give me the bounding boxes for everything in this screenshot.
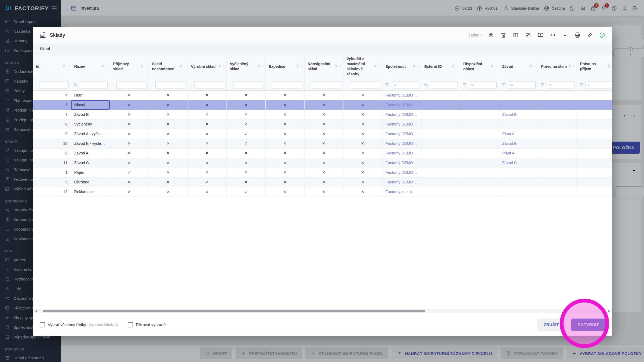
- column-header-expedice[interactable]: ExpediceΣ⋮: [265, 54, 304, 79]
- table-row[interactable]: 6Závod A×××××××Factorify DEMO …Plant A: [33, 148, 612, 158]
- filter-input[interactable]: [233, 81, 263, 88]
- scrollbar-thumb[interactable]: [43, 310, 425, 312]
- settings-button[interactable]: [488, 32, 494, 38]
- filter-input[interactable]: [593, 83, 612, 87]
- cell-nazev[interactable]: Závod B: [71, 110, 110, 119]
- filter-input[interactable]: [311, 81, 341, 88]
- column-header-n-zev[interactable]: NázevΣ⋮: [71, 54, 110, 79]
- column-header-extern-id[interactable]: Externí IDΣ⋮: [421, 54, 460, 79]
- filter-input[interactable]: [116, 81, 147, 88]
- sum-sigma-icon[interactable]: Σ: [374, 64, 376, 69]
- filter-search-input[interactable]: [547, 81, 575, 88]
- equals-operator-icon[interactable]: =: [190, 82, 192, 87]
- column-header-p-jmov-sklad[interactable]: Příjmový skladΣ⋮: [110, 54, 149, 79]
- table-row[interactable]: 1Příjem✓××××××Factorify DEMO …: [33, 168, 612, 177]
- sum-sigma-icon[interactable]: Σ: [296, 64, 299, 69]
- arrows-h-button[interactable]: [550, 32, 556, 38]
- table-row[interactable]: 4Hutní×××××××Factorify DEMO …: [33, 90, 612, 100]
- column-header-pr-vo-na-ten-[interactable]: Právo na čteníΣ⋮: [538, 54, 577, 79]
- filter-input[interactable]: [350, 81, 380, 88]
- scroll-right-icon[interactable]: ▶: [608, 309, 610, 312]
- columns-button[interactable]: [513, 32, 519, 38]
- table-row[interactable]: 8Vyčleněný×××✓×××Factorify DEMO …: [33, 119, 612, 129]
- column-drag-handle-icon[interactable]: ⋮: [261, 65, 264, 69]
- filter-selected-checkbox[interactable]: [128, 322, 133, 327]
- cell-zavod-link[interactable]: [499, 187, 538, 197]
- equals-operator-icon[interactable]: =: [112, 82, 115, 87]
- trash-up-button[interactable]: [500, 32, 507, 38]
- tiles-button[interactable]: [525, 32, 531, 38]
- sum-sigma-icon[interactable]: Σ: [569, 64, 571, 69]
- cell-zavod-link[interactable]: [499, 100, 538, 110]
- table-row[interactable]: 10Závod B - vyčlen…×××✓×××Factorify DEMO…: [33, 139, 612, 148]
- filter-search-input[interactable]: [469, 81, 497, 88]
- column-header-spole-nost[interactable]: SpolečnostΣ⋮: [382, 54, 421, 79]
- cell-zavod-link[interactable]: Závod B: [499, 110, 538, 119]
- cell-zavod-link[interactable]: [499, 119, 538, 129]
- cell-zavod-link[interactable]: Závod C: [499, 158, 538, 168]
- table-row[interactable]: 7Závod B×××××××Factorify DEMO …Závod B: [33, 110, 612, 119]
- confirm-button[interactable]: POTVRDIT: [571, 319, 605, 331]
- equals-operator-icon[interactable]: =: [268, 82, 270, 87]
- column-header-sklad-neshodnost-[interactable]: Sklad neshodnostíΣ⋮: [149, 54, 188, 79]
- equals-operator-icon[interactable]: =: [229, 82, 231, 87]
- cell-nazev[interactable]: Závod C: [71, 158, 110, 168]
- cell-spolecnost-link[interactable]: Factorify DEMO …: [382, 168, 421, 177]
- filter-input[interactable]: [80, 81, 108, 88]
- cell-spolecnost-link[interactable]: Factorify DEMO …: [382, 139, 421, 148]
- cell-nazev[interactable]: Příjem: [71, 168, 110, 177]
- cell-zavod-link[interactable]: Závod B: [499, 139, 538, 148]
- add-button[interactable]: [599, 32, 605, 38]
- column-drag-handle-icon[interactable]: ⋮: [456, 65, 459, 69]
- filter-input[interactable]: [39, 81, 68, 88]
- cell-zavod-link[interactable]: Plant A: [499, 129, 538, 139]
- column-header-id[interactable]: IdΣ⋮: [33, 54, 71, 79]
- column-header-konsigna-n-sklad[interactable]: Konsignační skladΣ⋮: [304, 54, 343, 79]
- column-header-pr-vo-na-p-jem[interactable]: Právo na příjemΣ⋮: [577, 54, 612, 79]
- column-header-vylou-it-z-maxim-ln-skladov-z-soby[interactable]: Vyloučit z maximální skladové zásobyΣ⋮: [343, 54, 382, 79]
- cell-zavod-link[interactable]: [499, 168, 538, 177]
- column-header-dispozi-n-oblast[interactable]: Dispoziční oblastΣ⋮: [460, 54, 499, 79]
- cell-nazev[interactable]: Hlavní: [71, 100, 110, 110]
- filter-input[interactable]: [398, 83, 417, 87]
- edit-button[interactable]: [587, 32, 593, 38]
- cell-spolecnost-link[interactable]: Factorify DEMO …: [382, 148, 421, 158]
- column-drag-handle-icon[interactable]: ⋮: [144, 65, 148, 69]
- cell-nazev[interactable]: Závod A: [71, 148, 110, 158]
- cell-spolecnost-link[interactable]: Factorify DEMO …: [382, 158, 421, 168]
- cell-nazev[interactable]: Závod B - vyčlen…: [71, 139, 110, 148]
- sum-sigma-icon[interactable]: Σ: [257, 64, 260, 69]
- print-button[interactable]: [574, 32, 581, 38]
- sum-sigma-icon[interactable]: Σ: [491, 64, 493, 69]
- cell-spolecnost-link[interactable]: Factorify DEMO …: [382, 129, 421, 139]
- sum-sigma-icon[interactable]: Σ: [335, 64, 338, 69]
- column-header-z-vod[interactable]: ZávodΣ⋮: [499, 54, 538, 79]
- cell-zavod-link[interactable]: Plant A: [499, 148, 538, 158]
- table-row[interactable]: 3Hlavní×××××××Factorify DEMO …: [33, 100, 612, 110]
- column-drag-handle-icon[interactable]: ⋮: [300, 65, 303, 69]
- filter-input[interactable]: [476, 83, 495, 87]
- column-drag-handle-icon[interactable]: ⋮: [611, 65, 613, 69]
- cell-spolecnost-link[interactable]: Factorify DEMO …: [382, 119, 421, 129]
- column-header-vy-len-n-sklad[interactable]: Vyčleněný skladΣ⋮: [226, 54, 265, 79]
- filter-input[interactable]: [554, 83, 573, 87]
- sum-sigma-icon[interactable]: Σ: [180, 64, 182, 69]
- table-row[interactable]: 11Závod C×××××××Factorify DEMO …Závod C: [33, 158, 612, 168]
- sum-sigma-icon[interactable]: Σ: [218, 64, 221, 69]
- column-drag-handle-icon[interactable]: ⋮: [417, 65, 420, 69]
- filter-input[interactable]: [430, 81, 458, 88]
- cell-spolecnost-link[interactable]: Factorify DEMO …: [382, 110, 421, 119]
- cell-zavod-link[interactable]: [499, 177, 538, 187]
- equals-operator-icon[interactable]: =: [346, 82, 348, 87]
- cell-spolecnost-link[interactable]: Factorify DEMO …: [382, 177, 421, 187]
- filter-input[interactable]: [155, 81, 185, 88]
- filter-search-input[interactable]: [508, 81, 536, 88]
- cancel-button[interactable]: ZRUŠIT: [537, 319, 565, 331]
- table-row[interactable]: 5Obrobna××✓××××Factorify DEMO …: [33, 177, 612, 187]
- preset-dropdown[interactable]: Žádný ▾: [469, 33, 482, 37]
- sum-sigma-icon[interactable]: Σ: [63, 64, 65, 69]
- sum-sigma-icon[interactable]: Σ: [141, 64, 143, 69]
- sum-sigma-icon[interactable]: Σ: [102, 64, 104, 69]
- select-all-checkbox[interactable]: [40, 322, 45, 327]
- column-header-v-robn-sklad[interactable]: Výrobní skladΣ⋮: [188, 54, 226, 79]
